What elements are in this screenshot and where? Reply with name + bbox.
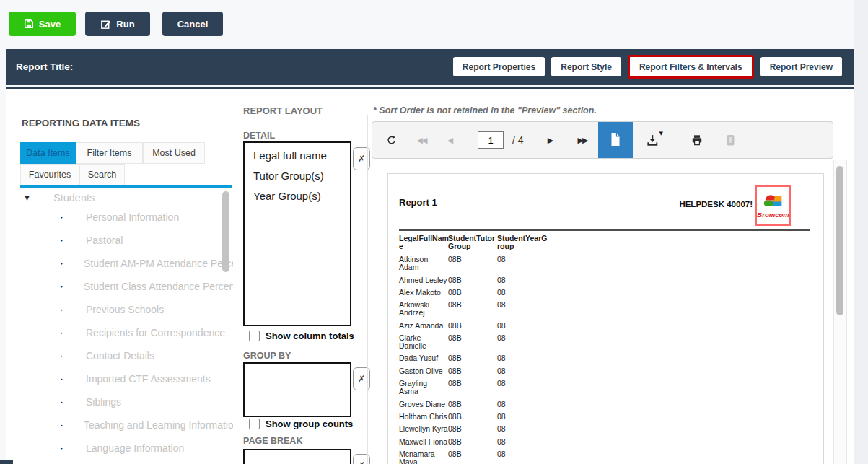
cell-tutor-group: 08B bbox=[448, 276, 497, 284]
last-page-button[interactable]: ▶▶ bbox=[573, 122, 592, 158]
chevron-right-icon[interactable] bbox=[61, 306, 65, 313]
show-column-totals-label: Show column totals bbox=[266, 331, 354, 341]
cell-legal-full-name: Maxwell Fiona bbox=[399, 438, 448, 446]
page-break-list-box[interactable] bbox=[243, 449, 351, 464]
tree-item[interactable]: Pastoral bbox=[61, 229, 233, 252]
page-break-section-label: PAGE BREAK bbox=[243, 436, 302, 446]
tree-scrollbar[interactable] bbox=[222, 191, 229, 272]
tree-item[interactable]: Student Class Attendance Percenta bbox=[61, 275, 233, 298]
tree-item[interactable]: Recipients for Correspondence bbox=[61, 321, 233, 344]
tab-data-items[interactable]: Data Items bbox=[20, 142, 76, 164]
table-row: Grayling Asma 08B 08 bbox=[399, 377, 810, 398]
report-title-bar: Report Title: Report Properties Report S… bbox=[6, 49, 854, 85]
chevron-right-icon[interactable] bbox=[61, 329, 65, 336]
previous-page-button[interactable]: ◀ bbox=[444, 122, 455, 158]
cell-legal-full-name: Grayling Asma bbox=[399, 380, 448, 395]
report-style-button[interactable]: Report Style bbox=[551, 57, 621, 76]
cell-year-group: 08 bbox=[497, 255, 810, 271]
preview-viewport[interactable]: Report 1 HELPDESK 40007! Bromcom LegalFu… bbox=[372, 160, 833, 464]
cell-tutor-group: 08B bbox=[448, 380, 497, 395]
report-header-rule bbox=[399, 229, 810, 231]
table-row: Atkinson Adam 08B 08 bbox=[399, 253, 810, 273]
first-page-button[interactable]: ◀◀ bbox=[412, 122, 431, 158]
preview-scrollbar-thumb[interactable] bbox=[836, 166, 843, 315]
tree-item[interactable]: Language Information bbox=[61, 437, 233, 460]
document-map-button[interactable] bbox=[720, 122, 740, 158]
detail-item[interactable]: Year Group(s) bbox=[253, 190, 350, 210]
page-total-label: / 4 bbox=[512, 122, 524, 158]
chevron-right-icon[interactable] bbox=[61, 237, 65, 244]
cell-year-group: 08 bbox=[497, 322, 810, 330]
detail-item[interactable]: Legal full name bbox=[253, 149, 350, 170]
group-by-section-label: GROUP BY bbox=[243, 351, 291, 361]
tab-search[interactable]: Search bbox=[79, 164, 125, 185]
bromcom-logo: Bromcom bbox=[755, 185, 791, 226]
report-filters-intervals-button[interactable]: Report Filters & Intervals bbox=[628, 55, 754, 79]
cancel-label: Cancel bbox=[177, 19, 209, 30]
cell-legal-full-name: Dada Yusuf bbox=[399, 354, 448, 362]
detail-list-box[interactable]: Legal full name Tutor Group(s) Year Grou… bbox=[243, 141, 351, 326]
cell-legal-full-name: Atkinson Adam bbox=[399, 255, 448, 271]
cell-tutor-group: 08B bbox=[448, 354, 497, 362]
cell-year-group: 08 bbox=[497, 450, 810, 464]
chevron-right-icon[interactable] bbox=[61, 398, 65, 406]
cell-year-group: 08 bbox=[497, 301, 810, 317]
run-button[interactable]: Run bbox=[85, 12, 150, 36]
page-gutter bbox=[854, 0, 868, 464]
download-button[interactable]: ▼ bbox=[642, 122, 667, 158]
cancel-button[interactable]: Cancel bbox=[162, 12, 223, 36]
show-column-totals-checkbox[interactable] bbox=[249, 331, 260, 341]
table-row: Aziz Amanda 08B 08 bbox=[399, 320, 810, 332]
tree-item[interactable]: Student AM-PM Attendance Percen bbox=[61, 252, 233, 275]
tree-item[interactable]: Imported CTF Assessments bbox=[61, 367, 233, 390]
report-preview-button[interactable]: Report Preview bbox=[760, 57, 842, 76]
sort-order-note: * Sort Order is not retained in the "Pre… bbox=[373, 105, 597, 115]
chevron-right-icon[interactable] bbox=[61, 283, 63, 290]
chevron-right-icon[interactable] bbox=[61, 214, 65, 221]
single-page-view-button[interactable] bbox=[598, 122, 633, 158]
column-header: StudentYearG roup bbox=[497, 235, 810, 250]
header-button-group: Report Properties Report Style Report Fi… bbox=[453, 57, 842, 76]
tab-most-used[interactable]: Most Used bbox=[143, 142, 205, 164]
tree-item-label: Student AM-PM Attendance Percen bbox=[84, 258, 233, 269]
chevron-right-icon[interactable] bbox=[61, 352, 65, 359]
cell-year-group: 08 bbox=[497, 400, 810, 408]
tree-item[interactable]: Siblings bbox=[61, 390, 233, 413]
show-group-counts-checkbox[interactable] bbox=[249, 419, 260, 429]
tree-item[interactable]: Contact Details bbox=[61, 344, 233, 367]
page-number-input[interactable] bbox=[478, 131, 504, 149]
group-by-list-box[interactable] bbox=[243, 362, 351, 417]
tree-item[interactable]: Previous Schools bbox=[61, 298, 233, 321]
tree-item[interactable]: Teaching and Learning Information bbox=[61, 413, 233, 437]
next-page-button[interactable]: ▶ bbox=[544, 122, 556, 158]
chevron-right-icon[interactable] bbox=[61, 375, 65, 382]
tab-favourites[interactable]: Favourites bbox=[20, 164, 79, 185]
print-button[interactable] bbox=[687, 122, 707, 158]
cell-tutor-group: 08B bbox=[448, 334, 497, 350]
tree-item-label: Language Information bbox=[86, 442, 184, 454]
detail-item[interactable]: Tutor Group(s) bbox=[253, 170, 350, 190]
cell-legal-full-name: Llewellyn Kyra bbox=[399, 425, 448, 433]
cell-tutor-group: 08B bbox=[448, 255, 497, 271]
tree-root-label: Students bbox=[53, 192, 95, 203]
chevron-right-icon[interactable] bbox=[61, 421, 63, 429]
cell-tutor-group: 08B bbox=[448, 322, 497, 330]
printer-icon bbox=[691, 133, 703, 146]
cell-year-group: 08 bbox=[497, 413, 810, 421]
report-properties-button[interactable]: Report Properties bbox=[453, 57, 545, 76]
page-icon bbox=[610, 133, 621, 147]
chevron-down-icon[interactable]: ▼ bbox=[25, 194, 35, 201]
save-button[interactable]: Save bbox=[9, 12, 76, 36]
chevron-right-icon[interactable] bbox=[61, 260, 63, 267]
report-table-body: Atkinson Adam 08B 08 Ahmed Lesley 08B 08… bbox=[399, 253, 810, 464]
table-row: Mcnamara Maya 08B 08 bbox=[399, 448, 810, 464]
column-header: LegalFullNam e bbox=[399, 235, 448, 250]
show-group-counts-row: Show group counts bbox=[249, 419, 353, 429]
tree-node-students[interactable]: ▼ Students bbox=[20, 190, 234, 206]
tab-filter-items[interactable]: Filter Items bbox=[76, 142, 143, 164]
refresh-button[interactable] bbox=[382, 122, 401, 158]
chevron-right-icon[interactable] bbox=[61, 445, 65, 452]
cell-year-group: 08 bbox=[497, 354, 810, 362]
cell-year-group: 08 bbox=[497, 380, 810, 395]
tree-item[interactable]: Personal Information bbox=[61, 206, 233, 229]
